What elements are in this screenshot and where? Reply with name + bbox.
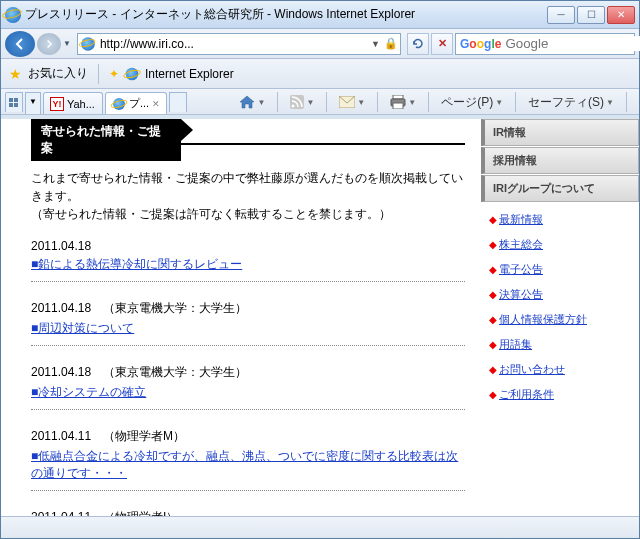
news-entry: 2011.04.11 （物理学者M）■低融点合金による冷却ですが、融点、沸点、つ… xyxy=(31,428,465,491)
section-heading: 寄せられた情報・ご提案 xyxy=(31,119,181,161)
titlebar: プレスリリース - インターネット総合研究所 - Windows Interne… xyxy=(1,1,639,29)
favorites-label[interactable]: お気に入り xyxy=(28,65,88,82)
bullet-icon: ◆ xyxy=(489,339,497,350)
tab-close-icon[interactable]: ✕ xyxy=(152,99,160,109)
sidebar-link[interactable]: 電子公告 xyxy=(499,263,543,275)
page-menu[interactable]: ページ(P)▼ xyxy=(435,91,509,114)
sidebar-link-item: ◆お問い合わせ xyxy=(489,362,631,377)
sidebar-link-item: ◆最新情報 xyxy=(489,212,631,227)
section-intro: これまで寄せられた情報・ご提案の中で弊社藤原が選んだものを順次掲載していきます。… xyxy=(31,169,465,223)
sidebar-link[interactable]: ご利用条件 xyxy=(499,388,554,400)
address-bar[interactable]: ▼ 🔒 xyxy=(77,33,401,55)
sidebar-tab[interactable]: 採用情報 xyxy=(481,147,639,174)
entry-divider xyxy=(31,409,465,410)
home-button[interactable]: ▼ xyxy=(233,92,271,112)
svg-rect-1 xyxy=(14,98,18,102)
tab-bar: ▼ Y! Yah... プ... ✕ ▼ ▼ xyxy=(1,89,639,115)
tab-label: Yah... xyxy=(67,98,95,110)
entry-date: 2011.04.11 （物理学者I） xyxy=(31,509,465,516)
sidebar-link-item: ◆電子公告 xyxy=(489,262,631,277)
entry-date: 2011.04.18 （東京電機大学：大学生） xyxy=(31,364,465,381)
nav-dropdown-icon[interactable]: ▼ xyxy=(63,39,71,48)
entry-link[interactable]: ■冷却システムの確立 xyxy=(31,385,146,399)
sidebar-link[interactable]: 用語集 xyxy=(499,338,532,350)
sidebar-link[interactable]: 株主総会 xyxy=(499,238,543,250)
yahoo-favicon: Y! xyxy=(50,97,64,111)
entry-date: 2011.04.18 xyxy=(31,239,465,253)
window-title: プレスリリース - インターネット総合研究所 - Windows Interne… xyxy=(25,6,547,23)
entry-date: 2011.04.11 （物理学者M） xyxy=(31,428,465,445)
sidebar-link-item: ◆株主総会 xyxy=(489,237,631,252)
sidebar-link[interactable]: 最新情報 xyxy=(499,213,543,225)
navbar: ▼ ▼ 🔒 ✕ Google xyxy=(1,29,639,59)
forward-button[interactable] xyxy=(37,33,61,55)
sidebar-link[interactable]: お問い合わせ xyxy=(499,363,565,375)
close-button[interactable]: ✕ xyxy=(607,6,635,24)
sidebar-link[interactable]: 個人情報保護方針 xyxy=(499,313,587,325)
svg-rect-3 xyxy=(14,103,18,107)
read-mail-button[interactable]: ▼ xyxy=(333,93,371,111)
entry-link[interactable]: ■鉛による熱伝導冷却に関するレビュー xyxy=(31,257,242,271)
suggested-sites-icon[interactable]: ✦ xyxy=(109,67,119,81)
status-bar xyxy=(1,516,639,538)
favorites-star-icon[interactable]: ★ xyxy=(9,66,22,82)
print-button[interactable]: ▼ xyxy=(384,92,422,112)
new-tab-button[interactable] xyxy=(169,92,187,112)
google-logo-icon: Google xyxy=(460,37,501,51)
tab-list-dropdown[interactable]: ▼ xyxy=(25,92,41,114)
safety-menu[interactable]: セーフティ(S)▼ xyxy=(522,91,620,114)
sidebar-link-item: ◆用語集 xyxy=(489,337,631,352)
svg-rect-7 xyxy=(393,95,403,99)
main-column: 寄せられた情報・ご提案 これまで寄せられた情報・ご提案の中で弊社藤原が選んだもの… xyxy=(1,119,481,516)
address-dropdown-icon[interactable]: ▼ xyxy=(367,39,384,49)
maximize-button[interactable]: ☐ xyxy=(577,6,605,24)
ssl-lock-icon: 🔒 xyxy=(384,37,398,50)
bullet-icon: ◆ xyxy=(489,264,497,275)
sidebar-link-item: ◆ご利用条件 xyxy=(489,387,631,402)
tab-yahoo[interactable]: Y! Yah... xyxy=(43,92,103,114)
svg-rect-2 xyxy=(9,103,13,107)
entry-divider xyxy=(31,345,465,346)
stop-button[interactable]: ✕ xyxy=(431,33,453,55)
bullet-icon: ◆ xyxy=(489,389,497,400)
browser-window: プレスリリース - インターネット総合研究所 - Windows Interne… xyxy=(0,0,640,539)
page-content: 寄せられた情報・ご提案 これまで寄せられた情報・ご提案の中で弊社藤原が選んだもの… xyxy=(1,115,639,516)
sidebar-link-item: ◆決算公告 xyxy=(489,287,631,302)
quick-tabs-button[interactable] xyxy=(5,92,23,112)
sidebar-tab[interactable]: IRIグループについて xyxy=(481,175,639,202)
entry-date: 2011.04.18 （東京電機大学：大学生） xyxy=(31,300,465,317)
svg-rect-0 xyxy=(9,98,13,102)
search-bar[interactable]: Google xyxy=(455,33,635,55)
bullet-icon: ◆ xyxy=(489,314,497,325)
svg-rect-9 xyxy=(393,103,403,109)
news-entry: 2011.04.18 （東京電機大学：大学生）■冷却システムの確立 xyxy=(31,364,465,410)
news-entry: 2011.04.18 （東京電機大学：大学生）■周辺対策について xyxy=(31,300,465,346)
refresh-button[interactable] xyxy=(407,33,429,55)
entry-divider xyxy=(31,490,465,491)
ie-icon xyxy=(5,7,21,23)
back-button[interactable] xyxy=(5,31,35,57)
feeds-button[interactable]: ▼ xyxy=(284,92,320,112)
minimize-button[interactable]: ─ xyxy=(547,6,575,24)
site-favicon xyxy=(81,37,95,51)
entry-link[interactable]: ■周辺対策について xyxy=(31,321,134,335)
bookmark-ie[interactable]: Internet Explorer xyxy=(145,67,234,81)
entry-link[interactable]: ■低融点合金による冷却ですが、融点、沸点、ついでに密度に関する比較表は次の通りで… xyxy=(31,449,458,480)
tab-press-release[interactable]: プ... ✕ xyxy=(105,92,167,114)
news-entry: 2011.04.11 （物理学者I）■私の専門は、原子核物理実験ですが、気が付い… xyxy=(31,509,465,516)
sidebar: IR情報採用情報IRIグループについて ◆最新情報◆株主総会◆電子公告◆決算公告… xyxy=(481,119,639,516)
search-input[interactable] xyxy=(505,36,640,51)
favorites-bar: ★ お気に入り ✦ Internet Explorer xyxy=(1,59,639,89)
bullet-icon: ◆ xyxy=(489,289,497,300)
sidebar-tab[interactable]: IR情報 xyxy=(481,119,639,146)
url-input[interactable] xyxy=(96,37,367,51)
sidebar-link[interactable]: 決算公告 xyxy=(499,288,543,300)
bullet-icon: ◆ xyxy=(489,239,497,250)
tab-label: プ... xyxy=(129,96,149,111)
entry-divider xyxy=(31,281,465,282)
svg-point-5 xyxy=(292,105,295,108)
news-entry: 2011.04.18■鉛による熱伝導冷却に関するレビュー xyxy=(31,239,465,282)
ie-bookmark-icon xyxy=(126,67,139,80)
tab-favicon xyxy=(113,98,125,110)
bullet-icon: ◆ xyxy=(489,364,497,375)
